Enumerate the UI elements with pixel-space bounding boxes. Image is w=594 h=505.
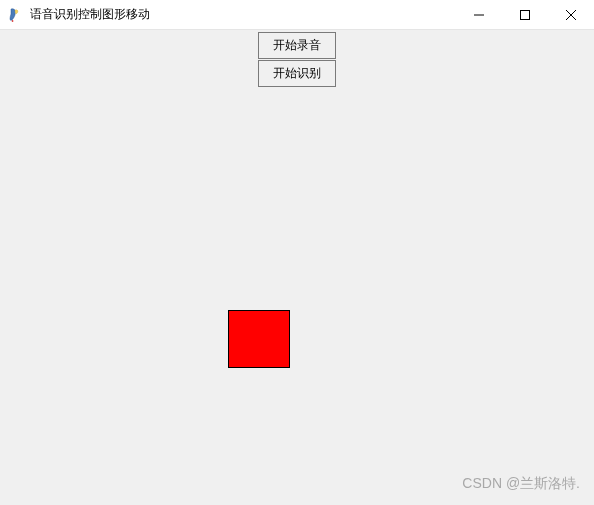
titlebar: 语音识别控制图形移动 bbox=[0, 0, 594, 30]
window-title: 语音识别控制图形移动 bbox=[30, 6, 150, 23]
close-button[interactable] bbox=[548, 0, 594, 30]
client-area: 开始录音 开始识别 CSDN @兰斯洛特. bbox=[0, 30, 594, 505]
window-controls bbox=[456, 0, 594, 30]
start-record-button[interactable]: 开始录音 bbox=[258, 32, 336, 59]
minimize-button[interactable] bbox=[456, 0, 502, 30]
button-stack: 开始录音 开始识别 bbox=[258, 32, 336, 88]
svg-rect-1 bbox=[521, 11, 530, 20]
maximize-button[interactable] bbox=[502, 0, 548, 30]
watermark-text: CSDN @兰斯洛特. bbox=[462, 475, 580, 493]
red-square-shape bbox=[228, 310, 290, 368]
start-recognize-button[interactable]: 开始识别 bbox=[258, 60, 336, 87]
app-icon bbox=[8, 7, 24, 23]
